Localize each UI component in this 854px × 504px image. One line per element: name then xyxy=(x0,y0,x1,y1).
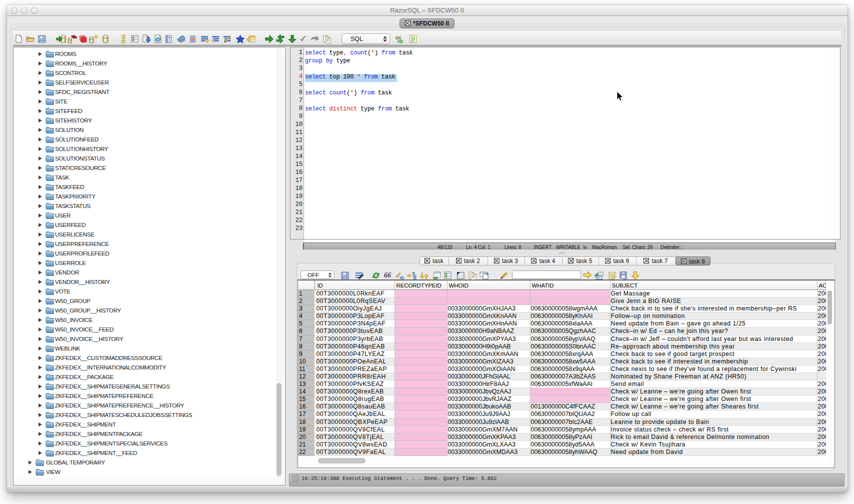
svg-text:66: 66 xyxy=(384,272,391,279)
svg-text:66: 66 xyxy=(396,34,402,40)
